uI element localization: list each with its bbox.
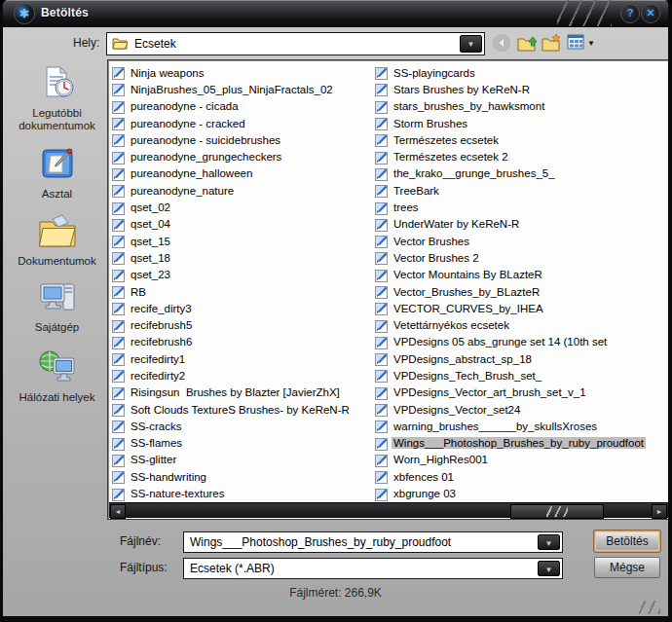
file-item[interactable]: SS-nature-textures: [111, 485, 372, 501]
brush-file-icon: [112, 100, 125, 113]
brush-file-icon: [112, 454, 125, 466]
file-item[interactable]: UnderWater by KeReN-R: [374, 216, 666, 233]
file-item[interactable]: qset_04: [111, 216, 372, 233]
file-item[interactable]: warning_brushes______by_skullsXroses: [374, 418, 666, 434]
sidebar-item-desktop[interactable]: Asztal: [9, 147, 105, 201]
file-item[interactable]: qset_15: [111, 233, 372, 249]
file-item[interactable]: Stars Brushes by KeReN-R: [374, 81, 666, 97]
new-folder-button[interactable]: [541, 33, 563, 55]
file-item[interactable]: Ninja weapons: [111, 64, 372, 81]
file-item[interactable]: recifedirty2: [111, 367, 372, 384]
file-item[interactable]: SS-flames: [111, 435, 372, 452]
file-item[interactable]: Vector Brushes 2: [374, 249, 666, 266]
file-item[interactable]: SS-handwriting: [111, 468, 372, 485]
filename-dropdown-button[interactable]: ▼: [538, 534, 560, 550]
back-button[interactable]: [492, 33, 513, 55]
file-item[interactable]: pureanodyne - cracked: [111, 115, 372, 131]
file-item[interactable]: VPDesigns 05 abs_grunge set 14 (10th set: [374, 334, 666, 350]
file-item[interactable]: pureanodyne - suicidebrushes: [111, 131, 372, 148]
location-dropdown-button[interactable]: ▼: [460, 35, 482, 53]
file-item-label: xbgrunge 03: [392, 488, 458, 499]
view-menu-button[interactable]: [567, 33, 588, 55]
file-item[interactable]: qset_02: [111, 199, 372, 215]
file-item[interactable]: VPDesigns_abstract_sp_18: [374, 350, 666, 367]
filename-value[interactable]: Wings___Photoshop_Brushes_by_ruby_proudf…: [190, 532, 451, 552]
cancel-button[interactable]: Mégse: [594, 557, 660, 578]
resize-grip[interactable]: [639, 601, 660, 614]
file-item[interactable]: Wings___Photoshop_Brushes_by_ruby_proudf…: [374, 435, 666, 452]
help-button[interactable]: ?: [620, 4, 640, 23]
file-item-label: Soft Clouds TextureS Brushes- by KeReN-R: [129, 404, 352, 416]
filename-combobox[interactable]: Wings___Photoshop_Brushes_by_ruby_proudf…: [183, 531, 563, 553]
file-item[interactable]: Soft Clouds TextureS Brushes- by KeReN-R: [111, 401, 372, 418]
sidebar-item-recent-documents[interactable]: Legutóbbi dokumentumok: [9, 64, 105, 132]
my-computer-icon: [9, 280, 105, 319]
file-item[interactable]: SS-playingcards: [374, 64, 666, 81]
file-item[interactable]: VPDesigns_Vector_art_brush_set_v_1: [374, 384, 666, 401]
file-item[interactable]: Worn_HighRes001: [374, 452, 666, 468]
file-item[interactable]: pureanodyne_halloween: [111, 165, 372, 182]
sidebar-item-my-computer[interactable]: Sajátgép: [9, 280, 105, 334]
file-item[interactable]: Vector Brushes: [374, 233, 666, 249]
close-button[interactable]: ✕: [641, 4, 660, 23]
file-item[interactable]: recifebrush5: [111, 316, 372, 333]
brush-file-icon: [375, 167, 388, 180]
file-item[interactable]: SS-cracks: [111, 418, 372, 434]
file-item[interactable]: recifedirty1: [111, 350, 372, 367]
view-menu-caret-icon[interactable]: ▼: [587, 39, 595, 48]
brush-file-icon: [112, 151, 125, 164]
file-item-label: Ninja weapons: [129, 67, 205, 79]
titlebar[interactable]: ✱ Betöltés ? ✕: [3, 0, 668, 27]
file-item-label: Vector Mountains By BLazteR: [392, 269, 544, 280]
brush-file-icon: [112, 167, 125, 180]
file-item[interactable]: pureanodyne_nature: [111, 182, 372, 199]
sidebar-item-network-places[interactable]: Hálózati helyek: [9, 348, 105, 404]
horizontal-scrollbar[interactable]: ◄ ►: [109, 502, 668, 518]
file-item[interactable]: the_krako__grunge_brushes_5_: [374, 165, 666, 182]
brush-file-icon: [112, 133, 125, 146]
scroll-left-button[interactable]: ◄: [110, 504, 126, 519]
file-item[interactable]: xbgrunge 03: [374, 485, 666, 501]
sidebar-item-label: Asztal: [9, 188, 105, 201]
file-item-label: SS-flames: [129, 437, 184, 449]
up-one-level-button[interactable]: [517, 33, 539, 55]
brush-file-icon: [375, 184, 388, 197]
location-combobox[interactable]: Ecsetek ▼: [106, 32, 485, 55]
file-list-columns: Ninja weaponsNinjaBrushes_05_plus_NinjaF…: [108, 62, 669, 502]
scroll-right-button[interactable]: ►: [652, 504, 667, 519]
file-item[interactable]: Storm Brushes: [374, 115, 666, 131]
file-list[interactable]: Ninja weaponsNinjaBrushes_05_plus_NinjaF…: [107, 59, 670, 520]
filetype-label: Fájltípus:: [120, 561, 168, 574]
file-item[interactable]: Risingsun Brushes by Blazter [JavierZhX]: [111, 384, 372, 401]
file-item[interactable]: recife_dirty3: [111, 300, 372, 316]
file-item[interactable]: pureanodyne_grungecheckers: [111, 148, 372, 165]
sidebar-item-documents[interactable]: Dokumentumok: [9, 214, 105, 268]
file-item-label: RB: [129, 286, 148, 298]
file-item[interactable]: NinjaBrushes_05_plus_NinjaFractals_02: [111, 81, 372, 97]
file-item[interactable]: VPDesigns_Vector_set24: [374, 401, 666, 418]
file-item[interactable]: VECTOR_CURVES_by_IHEA: [374, 300, 666, 316]
load-button[interactable]: Betöltés: [594, 531, 660, 552]
file-item[interactable]: Természetes ecsetek: [374, 131, 666, 148]
file-item[interactable]: Vetettárnyékos ecsetek: [374, 316, 666, 333]
scrollbar-thumb[interactable]: [510, 504, 604, 519]
filetype-combobox[interactable]: Ecsetek (*.ABR) ▼: [183, 558, 563, 579]
brush-file-icon: [112, 235, 125, 247]
file-item[interactable]: SS-glitter: [111, 452, 372, 468]
file-item[interactable]: qset_18: [111, 249, 372, 266]
file-item[interactable]: recifebrush6: [111, 334, 372, 350]
file-item[interactable]: VPDesigns_Tech_Brush_set_: [374, 367, 666, 384]
file-item[interactable]: Vector Mountains By BLazteR: [374, 267, 666, 283]
file-item[interactable]: pureanodyne - cicada: [111, 98, 372, 115]
file-item[interactable]: RB: [111, 283, 372, 300]
file-item[interactable]: Vector_Brushes_by_BLazteR: [374, 283, 666, 300]
file-item[interactable]: stars_brushes_by_hawksmont: [374, 98, 666, 115]
file-item[interactable]: xbfences 01: [374, 468, 666, 485]
file-item[interactable]: trees: [374, 199, 666, 215]
file-item[interactable]: Természetes ecsetek 2: [374, 148, 666, 165]
file-item[interactable]: qset_23: [111, 267, 372, 283]
network-places-icon: [9, 348, 105, 389]
filetype-dropdown-button[interactable]: ▼: [538, 561, 560, 576]
sidebar-item-label: Dokumentumok: [9, 255, 105, 268]
file-item[interactable]: TreeBark: [374, 182, 666, 199]
